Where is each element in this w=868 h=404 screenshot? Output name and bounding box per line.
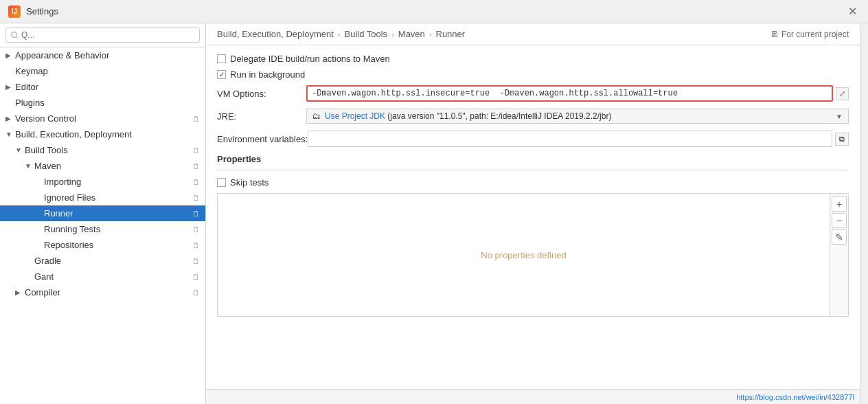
app-icon: IJ (8, 5, 21, 18)
tree-arrow-maven: ▼ (25, 162, 34, 170)
add-property-button[interactable]: + (832, 197, 847, 212)
sidebar-item-editor[interactable]: ▶Editor (0, 79, 205, 95)
sidebar-item-running-tests[interactable]: Running Tests🗒 (0, 221, 205, 237)
jdk-icon: 🗂 (312, 111, 321, 121)
vm-options-expand-button[interactable]: ⤢ (836, 87, 849, 100)
sidebar-item-compiler[interactable]: ▶Compiler🗒 (0, 284, 205, 300)
sidebar-item-keymap[interactable]: Keymap (0, 63, 205, 79)
sidebar-item-label-build-tools: Build Tools (25, 145, 192, 155)
delegate-label: Delegate IDE build/run actions to Maven (230, 54, 390, 64)
sidebar-item-label-gant: Gant (34, 271, 192, 282)
sidebar-item-label-build-execution-deployment: Build, Execution, Deployment (15, 129, 200, 139)
page-icon-importing: 🗒 (192, 178, 200, 186)
sidebar-item-label-runner: Runner (44, 208, 192, 218)
tree-arrow-version-control: ▶ (5, 115, 15, 122)
sidebar-item-build-tools[interactable]: ▼Build Tools🗒 (0, 142, 205, 158)
sidebar-item-repositories[interactable]: Repositories🗒 (0, 237, 205, 253)
env-vars-label: Environment variables: (217, 134, 308, 144)
tree-arrow-build-execution-deployment: ▼ (5, 131, 15, 138)
skip-tests-checkbox[interactable] (217, 178, 226, 187)
page-icon-version-control: 🗒 (192, 115, 200, 123)
jre-row: JRE: 🗂 Use Project JDK (java version "11… (217, 109, 849, 124)
sidebar-item-label-compiler: Compiler (25, 287, 192, 298)
sidebar-item-gant[interactable]: Gant🗒 (0, 269, 205, 284)
sidebar: ▶Appearance & BehaviorKeymap▶EditorPlugi… (0, 23, 206, 404)
breadcrumb: Build, Execution, Deployment › Build Too… (217, 29, 465, 39)
properties-main-area: No properties defined (218, 194, 830, 316)
sidebar-item-ignored-files[interactable]: Ignored Files🗒 (0, 190, 205, 205)
sidebar-item-version-control[interactable]: ▶Version Control🗒 (0, 111, 205, 126)
for-current-project: 🖹 For current project (770, 30, 849, 39)
sidebar-item-label-importing: Importing (44, 177, 192, 187)
right-scrollbar[interactable] (860, 23, 868, 404)
page-icon-gradle: 🗒 (192, 257, 200, 265)
status-url: https://blog.csdn.net/wei/in/432877l (736, 393, 854, 401)
env-vars-input[interactable] (308, 131, 832, 147)
sidebar-item-label-version-control: Version Control (15, 113, 192, 124)
properties-toolbar: + − ✎ (830, 194, 848, 316)
breadcrumb-part-1: Build Tools (344, 29, 387, 39)
sidebar-item-build-execution-deployment[interactable]: ▼Build, Execution, Deployment (0, 126, 205, 142)
tree-arrow-appearance: ▶ (5, 52, 15, 59)
breadcrumb-part-0: Build, Execution, Deployment (217, 29, 334, 39)
jre-dropdown[interactable]: 🗂 Use Project JDK (java version "11.0.5"… (306, 109, 849, 124)
jre-use-project-jdk-link[interactable]: Use Project JDK (325, 111, 385, 121)
skip-tests-row: Skip tests (217, 177, 849, 188)
breadcrumb-part-3: Runner (436, 29, 466, 39)
sidebar-item-runner[interactable]: Runner🗒 (0, 205, 205, 221)
project-icon: 🖹 (770, 30, 779, 39)
sidebar-item-plugins[interactable]: Plugins (0, 95, 205, 111)
run-background-checkbox[interactable] (217, 70, 226, 79)
sidebar-item-label-appearance: Appearance & Behavior (15, 50, 200, 60)
run-background-row: Run in background (217, 69, 849, 80)
env-vars-copy-button[interactable]: ⧉ (835, 133, 849, 146)
sidebar-item-label-maven: Maven (34, 161, 192, 171)
breadcrumb-sep-2: › (429, 30, 432, 38)
sidebar-item-label-ignored-files: Ignored Files (44, 192, 192, 203)
for-project-label: For current project (781, 30, 849, 39)
edit-property-button[interactable]: ✎ (832, 229, 847, 245)
sidebar-item-label-running-tests: Running Tests (44, 224, 192, 234)
vm-options-row: VM Options: ⤢ (217, 85, 849, 102)
sidebar-item-label-gradle: Gradle (34, 256, 192, 266)
breadcrumb-part-2: Maven (398, 29, 425, 39)
title-bar-left: IJ Settings (8, 5, 58, 18)
properties-container: No properties defined + − ✎ (217, 193, 849, 317)
sidebar-item-appearance[interactable]: ▶Appearance & Behavior (0, 47, 205, 63)
status-bar: https://blog.csdn.net/wei/in/432877l (206, 389, 860, 404)
page-icon-repositories: 🗒 (192, 241, 200, 249)
no-properties-text: No properties defined (481, 250, 566, 260)
delegate-checkbox-row: Delegate IDE build/run actions to Maven (217, 54, 849, 64)
content-area: Build, Execution, Deployment › Build Too… (206, 23, 860, 404)
breadcrumb-sep-0: › (338, 30, 341, 38)
window-title: Settings (26, 6, 58, 16)
remove-property-button[interactable]: − (832, 213, 847, 228)
delegate-checkbox[interactable] (217, 54, 226, 63)
jre-value: Use Project JDK (java version "11.0.5", … (325, 111, 611, 121)
page-icon-build-tools: 🗒 (192, 146, 200, 155)
page-icon-gant: 🗒 (192, 273, 200, 281)
sidebar-item-label-repositories: Repositories (44, 240, 192, 250)
vm-options-label: VM Options: (217, 89, 306, 99)
breadcrumb-sep-1: › (391, 30, 394, 38)
search-box (0, 23, 205, 47)
tree-arrow-compiler: ▶ (15, 289, 25, 296)
close-button[interactable]: ✕ (845, 5, 860, 19)
search-input[interactable] (5, 27, 200, 43)
page-icon-ignored-files: 🗒 (192, 194, 200, 202)
env-vars-row: Environment variables: ⧉ (217, 131, 849, 147)
sidebar-item-label-editor: Editor (15, 82, 200, 92)
sidebar-item-importing[interactable]: Importing🗒 (0, 174, 205, 190)
tree-arrow-build-tools: ▼ (15, 146, 25, 154)
sidebar-item-gradle[interactable]: Gradle🗒 (0, 253, 205, 269)
jre-label: JRE: (217, 111, 306, 122)
main-container: ▶Appearance & BehaviorKeymap▶EditorPlugi… (0, 23, 868, 404)
sidebar-item-label-plugins: Plugins (15, 98, 200, 108)
sidebar-item-maven[interactable]: ▼Maven🗒 (0, 158, 205, 174)
jre-dropdown-arrow: ▼ (836, 113, 843, 120)
skip-tests-label: Skip tests (230, 177, 269, 188)
sidebar-item-label-keymap: Keymap (15, 66, 200, 76)
sidebar-tree: ▶Appearance & BehaviorKeymap▶EditorPlugi… (0, 47, 205, 404)
vm-options-input[interactable] (306, 85, 833, 102)
properties-divider (217, 170, 849, 170)
